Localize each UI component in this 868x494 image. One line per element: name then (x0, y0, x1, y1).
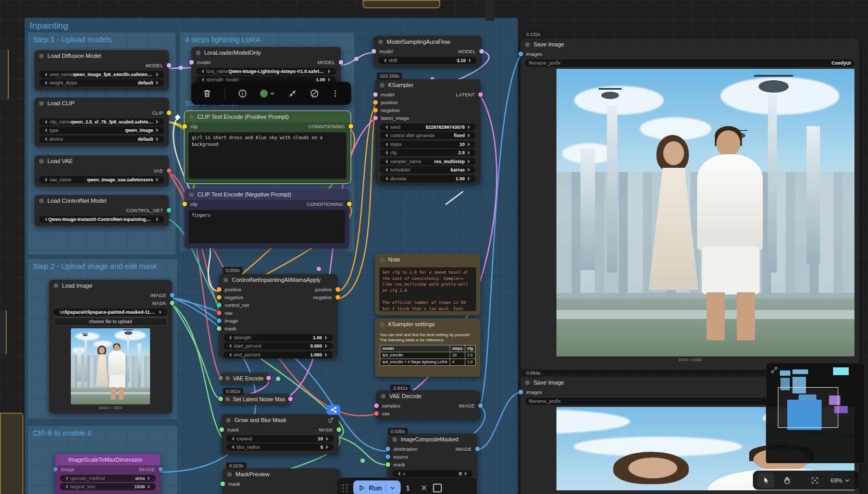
node-load-diffusion-model[interactable]: Load Diffusion Model MODEL unet_nameqwen… (34, 50, 169, 90)
node-load-image[interactable]: Load Image IMAGE MASK clipspace/clipspac… (49, 280, 172, 413)
input-port-clip[interactable] (182, 202, 187, 206)
node-controlnet-inpainting-apply[interactable]: ControlNetInpaintingAliMamaApply positiv… (219, 274, 338, 357)
widget-controlnet-name[interactable]: Qwen-Image-InstantX-ControlNet-Inpaintin… (39, 216, 164, 223)
collapse-dot-icon[interactable] (227, 472, 232, 477)
input-port-destination[interactable] (386, 447, 390, 451)
node-load-controlnet[interactable]: Load ControlNet Model CONTROL_NET Qwen-I… (34, 195, 169, 226)
input-port-vae[interactable] (217, 311, 221, 315)
group-title[interactable]: Step 1 - Upload models (28, 32, 176, 47)
batch-count-stepper[interactable]: 1 (406, 484, 415, 492)
increment-arrow-icon[interactable] (465, 472, 469, 476)
widget-type[interactable]: typeqwen_image (39, 127, 164, 134)
increment-arrow-icon[interactable] (325, 344, 329, 348)
minimap-viewport[interactable] (778, 387, 838, 428)
increment-arrow-icon[interactable] (468, 151, 472, 155)
decrement-arrow-icon[interactable] (43, 178, 47, 182)
node-load-clip[interactable]: Load CLIP CLIP clip_nameqwen_2.5_vl_7b_f… (34, 97, 169, 146)
increment-arrow-icon[interactable] (156, 178, 160, 182)
collapse-dot-icon[interactable] (380, 322, 385, 327)
group-title[interactable]: 4 steps lightning LoRA (180, 32, 354, 47)
input-port-positive[interactable] (217, 287, 221, 292)
output-port-model[interactable] (339, 60, 343, 65)
collapse-dot-icon[interactable] (380, 257, 385, 262)
run-button[interactable]: Run (353, 480, 401, 494)
expand-icon[interactable] (328, 417, 334, 423)
node-header[interactable]: KSampler settings (375, 318, 480, 330)
increment-arrow-icon[interactable] (156, 128, 160, 132)
drag-handle-icon[interactable] (342, 484, 348, 492)
node-set-latent-noise-mask-collapsed[interactable]: Set Latent Noise Mas (220, 393, 290, 404)
increment-arrow-icon[interactable] (156, 81, 160, 85)
widget-unet-name[interactable]: unet_nameqwen_image_fp8_e4m3fn.safetenso… (39, 71, 164, 78)
increment-arrow-icon[interactable] (156, 137, 160, 141)
node-header[interactable]: ImageScaleToMaxDimension (55, 454, 160, 465)
node-header[interactable]: Load ControlNet Model (34, 195, 169, 206)
output-port-latent[interactable] (288, 397, 293, 401)
widget-seed[interactable]: seed522976299743578 (380, 123, 476, 131)
collapse-dot-icon[interactable] (226, 397, 230, 401)
widget-weight-dtype[interactable]: weight_dtypedefault (39, 79, 164, 87)
input-port-controlnet[interactable] (217, 303, 221, 307)
output-port-image[interactable] (170, 293, 175, 298)
node-header[interactable]: Load VAE (34, 155, 169, 167)
decrement-arrow-icon[interactable] (64, 476, 68, 480)
node-header[interactable]: Load CLIP (34, 97, 169, 109)
node-header[interactable]: KSampler (375, 79, 480, 91)
increment-arrow-icon[interactable] (159, 310, 164, 314)
decrement-arrow-icon[interactable] (383, 177, 388, 181)
input-port-samples[interactable] (374, 403, 379, 408)
decrement-arrow-icon[interactable] (396, 472, 400, 476)
widget-expand[interactable]: expand10 (226, 435, 334, 442)
input-port-model[interactable] (373, 92, 378, 97)
output-port-image[interactable] (158, 467, 163, 472)
widget-x[interactable]: x0 (392, 470, 473, 477)
decrement-arrow-icon[interactable] (383, 125, 388, 129)
output-port-model[interactable] (479, 49, 484, 54)
decrement-arrow-icon[interactable] (383, 133, 388, 138)
prompt-textarea[interactable]: girl in short dress and blue sky with cl… (189, 132, 346, 179)
output-port-negative[interactable] (336, 295, 340, 300)
input-port-vae[interactable] (374, 411, 379, 416)
input-port-latent-image[interactable] (373, 116, 378, 120)
input-port-source[interactable] (386, 454, 390, 459)
output-port-mask[interactable] (170, 301, 175, 305)
fit-view-button[interactable] (807, 473, 823, 488)
offscreen-note-partial[interactable] (363, 0, 440, 8)
widget-end-percent[interactable]: end_percent1.000 (224, 351, 333, 359)
collapse-dot-icon[interactable] (226, 418, 231, 423)
batch-count-value[interactable]: 1 (406, 484, 410, 492)
widget-steps[interactable]: steps10 (380, 141, 476, 148)
widget-largest-size[interactable]: largest_size1536 (60, 483, 156, 490)
collapse-dot-icon[interactable] (381, 394, 386, 399)
collapse-dot-icon[interactable] (378, 40, 383, 44)
queue-controls-bar[interactable]: Run 1 (337, 477, 477, 494)
increment-arrow-icon[interactable] (156, 72, 160, 77)
collapse-dot-icon[interactable] (525, 380, 530, 385)
increment-arrow-icon[interactable] (326, 437, 330, 441)
offscreen-node-partial[interactable] (0, 310, 7, 354)
widget-device[interactable]: devicedefault (39, 135, 164, 143)
widget-cfg[interactable]: cfg2.5 (380, 149, 476, 156)
output-port-mask[interactable] (337, 427, 341, 432)
api-node-badge[interactable] (327, 405, 340, 415)
decrement-arrow-icon[interactable] (43, 137, 47, 141)
output-port-conditioning[interactable] (347, 202, 352, 206)
decrement-arrow-icon[interactable] (383, 159, 388, 164)
node-header[interactable]: VAE Decode (376, 390, 480, 402)
increment-arrow-icon[interactable] (325, 336, 329, 340)
collapsed-input-port[interactable] (218, 376, 223, 380)
delete-icon[interactable] (203, 89, 212, 98)
collapse-icon[interactable] (288, 89, 297, 98)
node-vae-encode-collapsed[interactable]: VAE Encode (220, 373, 269, 384)
input-port-negative[interactable] (373, 108, 378, 113)
decrement-arrow-icon[interactable] (43, 120, 47, 124)
increment-arrow-icon[interactable] (156, 120, 160, 124)
increment-icon[interactable] (412, 484, 415, 487)
collapse-dot-icon[interactable] (226, 376, 230, 380)
decrement-arrow-icon[interactable] (383, 168, 388, 172)
decrement-arrow-icon[interactable] (227, 344, 231, 348)
output-port-image[interactable] (475, 447, 480, 451)
input-port-mask[interactable] (217, 326, 221, 331)
canvas-view-controls[interactable]: 69% (753, 471, 860, 490)
output-port-conditioning[interactable] (349, 124, 353, 129)
